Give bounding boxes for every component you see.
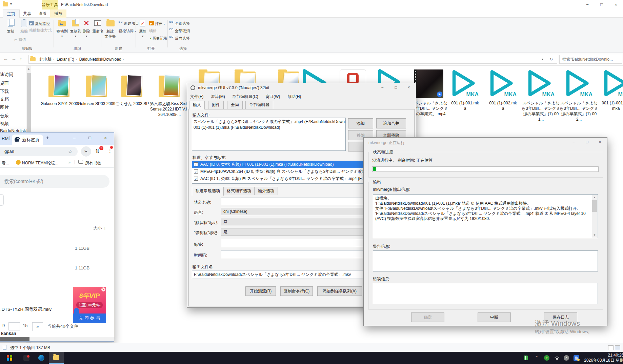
all-bookmarks-button[interactable]: 所有书签 xyxy=(85,160,101,166)
explorer-maximize-button[interactable]: □ xyxy=(595,0,609,9)
new-folder-button[interactable]: 新建文件夹 xyxy=(104,19,117,39)
sidebar-item-videos[interactable]: 视频 xyxy=(0,121,26,127)
taskbar-active-app[interactable] xyxy=(49,352,64,364)
bookmark-item-2[interactable]: NORM TEAM论坛... xyxy=(22,160,66,166)
scrollbar-thumb[interactable] xyxy=(0,337,29,341)
partial-button[interactable] xyxy=(0,194,4,206)
menu-help[interactable]: 帮助(H) xyxy=(284,93,304,101)
track-checkbox[interactable]: ✓ xyxy=(194,177,198,181)
log-scrollbar[interactable]: ▲▼ xyxy=(592,195,597,238)
mkvmerge-minimize-button[interactable]: − xyxy=(376,83,389,92)
breadcrumb-this-pc[interactable]: 此电脑 xyxy=(38,55,53,63)
input-file-row[interactable]: スペシャル「さよなら3年D組... ヤンクミ涙の卒業式」.mp4 (F:\Bai… xyxy=(192,118,345,125)
tab-play[interactable]: 播放 xyxy=(50,9,66,18)
forward-icon[interactable]: → xyxy=(12,56,16,61)
browser-hscrollbar[interactable] xyxy=(0,337,114,341)
close-x-tray-icon[interactable]: × xyxy=(563,355,569,361)
tab-attachments[interactable]: 附件 xyxy=(208,101,224,109)
open-button[interactable]: 打开 ▾ xyxy=(149,20,165,26)
page-input[interactable] xyxy=(8,322,20,330)
input-file-row[interactable]: 001 (1)-001 (1).mka (F:\BaiduNetdiskDown… xyxy=(192,125,345,130)
file-item-folder-partial[interactable] xyxy=(278,69,301,83)
select-none-button[interactable]: 全部取消 xyxy=(169,28,190,34)
tab-input[interactable]: 输入 xyxy=(189,101,205,109)
file-item-mka-partial[interactable] xyxy=(377,69,404,83)
sidebar-item-music[interactable]: 音乐 xyxy=(0,113,26,119)
refresh-icon[interactable]: ↻ xyxy=(549,55,553,63)
usb-tray-icon[interactable] xyxy=(523,355,529,361)
log-box[interactable]: 出模块。 'F:\BaiduNetdiskDownload\001 (1)-00… xyxy=(373,194,598,238)
view-details-toggle[interactable] xyxy=(608,345,614,350)
menu-window[interactable]: 窗口(W) xyxy=(262,93,283,101)
ad-banner[interactable]: ✕ 8年VIP 低至100元/年 立 即 参 与 xyxy=(73,287,106,323)
paste-shortcut-button[interactable]: 粘贴快捷方式 xyxy=(29,27,52,33)
ad-cta-button[interactable]: 立 即 参 与 xyxy=(73,314,106,323)
tab-share[interactable]: 共享 xyxy=(19,9,35,18)
file-item-app-partial[interactable] xyxy=(340,69,367,83)
paste-button[interactable]: 粘贴 xyxy=(18,19,31,34)
taskbar-app-dark[interactable] xyxy=(19,352,34,364)
rename-button[interactable]: 重命名 xyxy=(92,19,104,34)
input-files-box[interactable]: スペシャル「さよなら3年D組... ヤンクミ涙の卒業式」.mp4 (F:\Bai… xyxy=(192,118,346,151)
browser-maximize-button[interactable]: □ xyxy=(88,135,91,140)
warnings-box[interactable] xyxy=(373,250,598,271)
network-tray-icon[interactable] xyxy=(554,355,560,361)
explorer-close-button[interactable]: × xyxy=(609,0,623,9)
view-thumbnails-toggle[interactable] xyxy=(615,345,620,350)
sidebar-item-downloads[interactable]: 下载 xyxy=(0,88,26,95)
file-item-folder-partial[interactable] xyxy=(235,69,258,83)
append-button[interactable]: 追加合并 xyxy=(376,118,406,128)
progress-minimize-button[interactable]: − xyxy=(567,138,580,146)
browser-tab-active[interactable]: 新标签页 xyxy=(12,135,43,145)
mkvmerge-close-button[interactable]: × xyxy=(402,83,415,92)
sidebar-item-quick-access[interactable]: 速访问 xyxy=(0,72,26,78)
omnibox[interactable]: gpan ☆ xyxy=(0,147,78,156)
browser-minimize-button[interactable]: − xyxy=(73,135,76,141)
abort-button[interactable]: 中断 xyxy=(478,312,511,322)
ad-close-icon[interactable]: ✕ xyxy=(101,287,105,291)
back-icon[interactable]: ← xyxy=(3,56,8,61)
edit-button[interactable]: 编辑 xyxy=(149,28,157,34)
green-plus-tray-icon[interactable]: + xyxy=(544,355,550,361)
tab-track-general[interactable]: 轨道常规选项 xyxy=(192,187,224,196)
properties-button[interactable]: 属性▼ xyxy=(138,19,148,38)
move-to-button[interactable]: ⬅ 移动到▼ xyxy=(56,19,68,38)
cut-button[interactable]: ✂ 剪切 xyxy=(14,37,26,43)
progress-maximize-button[interactable]: □ xyxy=(581,138,594,146)
page-next-button[interactable]: » xyxy=(32,322,43,331)
taskbar-clock[interactable]: 21:40:26 2026年03月18日 星期 xyxy=(576,353,623,363)
select-all-button[interactable]: 全部选择 xyxy=(169,20,190,26)
page-search-input[interactable]: 搜索(control+K或/) xyxy=(0,175,109,188)
new-tab-button[interactable]: + xyxy=(46,135,49,141)
copy-path-button[interactable]: 复制路径 xyxy=(29,20,50,26)
browser-tab-left[interactable]: RM xyxy=(2,136,8,141)
search-input[interactable]: 搜索"BaiduNetdiskDownlo... xyxy=(559,55,622,64)
track-checkbox[interactable]: ✓ xyxy=(194,169,198,174)
copy-button[interactable]: 复制 xyxy=(4,19,17,34)
progress-close-button[interactable]: × xyxy=(594,138,606,146)
quick-access-caret-icon[interactable]: ▾ xyxy=(10,2,12,6)
tab-track-format[interactable]: 格式细节选项 xyxy=(223,187,255,195)
track-checkbox[interactable]: ✓ xyxy=(194,162,198,166)
sidebar-item-desktop[interactable]: 桌面 xyxy=(0,80,26,86)
clip-tool-icon[interactable]: ✂ xyxy=(81,146,91,157)
menu-muxing[interactable]: 混流(M) xyxy=(208,93,228,101)
download-sort-icon[interactable]: ⇅ xyxy=(95,148,100,154)
tab-home[interactable]: 主页 xyxy=(3,9,20,18)
menu-chapter-editor[interactable]: 章节编辑器(C) xyxy=(229,93,261,101)
quick-access-folder-icon[interactable] xyxy=(3,2,8,6)
add-to-queue-button[interactable]: 添加到任务队列(A) xyxy=(317,286,362,296)
errors-box[interactable] xyxy=(373,283,598,304)
sidebar-item-pictures[interactable]: 图片 xyxy=(0,104,26,110)
start-muxing-button[interactable]: 开始混流(R) xyxy=(245,286,276,296)
bookmarks-overflow-icon[interactable]: » xyxy=(68,160,71,165)
explorer-minimize-button[interactable]: − xyxy=(580,0,595,9)
ok-button[interactable]: 确定 xyxy=(411,312,444,322)
start-button[interactable] xyxy=(2,352,17,364)
add-button[interactable]: 添加 xyxy=(348,118,373,128)
bookmark-star-icon[interactable]: ☆ xyxy=(68,147,73,156)
breadcrumb-drive[interactable]: Lexar (F:) xyxy=(55,55,76,63)
copy-command-button[interactable]: 复制命令行(C) xyxy=(280,286,313,296)
tab-track-extra[interactable]: 额外选项 xyxy=(254,187,278,195)
taskbar-browser[interactable] xyxy=(34,352,49,364)
